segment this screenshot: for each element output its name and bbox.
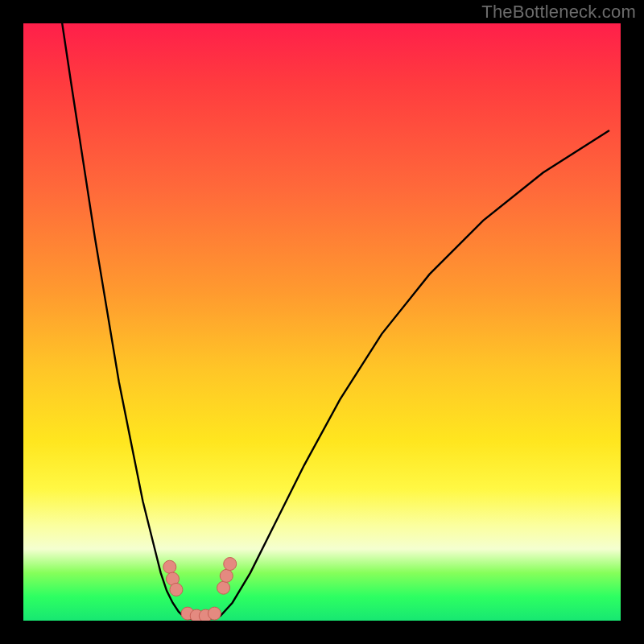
marker-left-lower xyxy=(170,583,183,596)
curve-overlay xyxy=(23,23,621,621)
marker-right-top xyxy=(224,558,237,571)
bottleneck-curve xyxy=(62,23,609,620)
plot-area xyxy=(23,23,621,621)
watermark-text: TheBottleneck.com xyxy=(481,2,636,23)
chart-stage: TheBottleneck.com xyxy=(0,0,644,644)
marker-floor-4 xyxy=(208,607,221,620)
marker-right-lower xyxy=(217,581,230,594)
marker-right-upper xyxy=(220,569,233,582)
marker-left-top xyxy=(163,560,176,573)
